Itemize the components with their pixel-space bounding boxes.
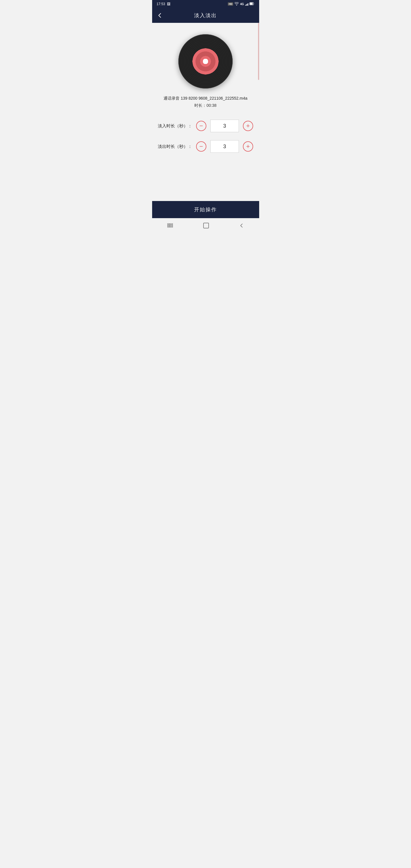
fade-in-decrease-button[interactable]: −	[196, 121, 207, 131]
vinyl-record	[179, 34, 232, 89]
start-button[interactable]: 开始操作	[152, 201, 259, 218]
svg-rect-8	[203, 223, 209, 228]
main-content: 通话录音 139 8200 9608_221106_222552.m4a 时长：…	[152, 23, 259, 201]
gallery-icon: 🖼	[167, 2, 170, 6]
vinyl-disc	[179, 34, 232, 89]
svg-rect-4	[167, 226, 169, 227]
status-bar-left: 17:53 🖼	[157, 2, 170, 6]
fade-out-decrease-button[interactable]: −	[196, 141, 207, 152]
fade-in-increase-button[interactable]: +	[243, 121, 253, 131]
svg-rect-5	[170, 223, 173, 224]
svg-rect-3	[167, 225, 169, 226]
top-nav: 淡入淡出	[152, 8, 259, 23]
minus-icon-2: −	[199, 143, 203, 150]
fade-out-increase-button[interactable]: +	[243, 141, 253, 152]
minus-icon: −	[199, 123, 203, 129]
hd-badge: HD	[228, 2, 233, 6]
nav-back-button[interactable]	[239, 223, 244, 228]
fade-out-label: 淡出时长（秒）：	[158, 144, 192, 149]
svg-rect-7	[170, 226, 173, 227]
page-title: 淡入淡出	[194, 12, 217, 19]
wifi-icon	[234, 2, 239, 6]
nav-menu-button[interactable]	[167, 223, 173, 228]
nav-home-button[interactable]	[203, 223, 209, 228]
system-nav-bar	[152, 218, 259, 232]
status-bar: 17:53 🖼 HD 4G	[152, 0, 259, 8]
scrollbar-track[interactable]	[258, 23, 259, 80]
network-icon: 4G	[240, 3, 244, 6]
fade-in-row: 淡入时长（秒）： − +	[158, 120, 253, 132]
fade-in-label: 淡入时长（秒）：	[158, 123, 192, 129]
plus-icon-2: +	[246, 143, 250, 150]
status-bar-right: HD 4G	[228, 2, 254, 6]
fade-out-input[interactable]	[210, 140, 239, 153]
battery-icon	[249, 2, 255, 6]
signal-bars	[245, 2, 248, 6]
plus-icon: +	[246, 123, 250, 129]
status-time: 17:53	[157, 2, 165, 6]
fade-in-input[interactable]	[210, 120, 239, 132]
svg-rect-6	[170, 225, 173, 226]
file-name: 通话录音 139 8200 9608_221106_222552.m4a	[161, 95, 250, 101]
svg-rect-2	[167, 223, 169, 224]
svg-rect-1	[250, 3, 253, 5]
back-button[interactable]	[157, 12, 163, 19]
fade-out-row: 淡出时长（秒）： − +	[158, 140, 253, 153]
file-duration: 时长：00:38	[194, 103, 216, 108]
